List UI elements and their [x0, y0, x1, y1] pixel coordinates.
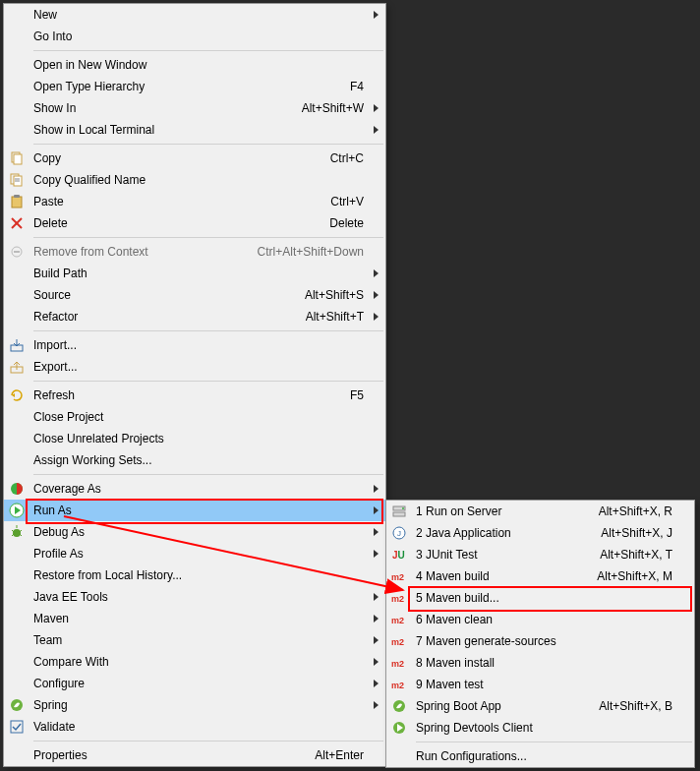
- submenu-arrow-icon: [370, 550, 381, 558]
- menu-coverage-as[interactable]: Coverage As: [4, 478, 385, 500]
- menu-item-label: Coverage As: [29, 482, 354, 496]
- blank-icon: [4, 122, 29, 138]
- menu-item-label: Delete: [29, 216, 329, 230]
- menu-item-label: 9 Maven test: [412, 678, 663, 691]
- submenu-junit-test[interactable]: JU3 JUnit TestAlt+Shift+X, T: [386, 544, 694, 565]
- submenu-maven-clean[interactable]: m26 Maven clean: [386, 609, 694, 630]
- menu-item-label: Source: [29, 288, 305, 302]
- menu-item-label: Show in Local Terminal: [29, 123, 354, 137]
- menu-item-accelerator: F5: [350, 388, 370, 402]
- submenu-maven-build[interactable]: m24 Maven buildAlt+Shift+X, M: [386, 565, 694, 587]
- junit-icon: JU: [386, 547, 412, 563]
- menu-spring[interactable]: Spring: [4, 694, 385, 716]
- submenu-arrow-icon: [370, 615, 381, 623]
- menu-item-label: Copy Qualified Name: [29, 173, 354, 187]
- submenu-maven-install[interactable]: m28 Maven install: [386, 652, 694, 674]
- menu-refactor[interactable]: RefactorAlt+Shift+T: [4, 306, 385, 327]
- menu-delete[interactable]: DeleteDelete: [4, 212, 385, 234]
- menu-item-label: Paste: [29, 195, 330, 208]
- menu-compare-with[interactable]: Compare With: [4, 651, 385, 673]
- paste-icon: [4, 194, 29, 209]
- submenu-run-on-server[interactable]: 1 Run on ServerAlt+Shift+X, R: [386, 501, 694, 522]
- menu-build-path[interactable]: Build Path: [4, 263, 385, 284]
- run-icon: [4, 503, 29, 518]
- submenu-arrow-icon: [370, 291, 381, 299]
- menu-show-in[interactable]: Show InAlt+Shift+W: [4, 97, 385, 119]
- menu-refresh[interactable]: RefreshF5: [4, 385, 385, 406]
- menu-item-label: Run Configurations...: [412, 749, 663, 763]
- menu-new[interactable]: New: [4, 4, 385, 26]
- menu-source[interactable]: SourceAlt+Shift+S: [4, 284, 385, 306]
- spring-dev-icon: [386, 720, 412, 736]
- menu-item-label: 4 Maven build: [412, 569, 597, 583]
- blank-icon: [4, 632, 29, 648]
- svg-rect-7: [14, 195, 20, 198]
- menu-properties[interactable]: PropertiesAlt+Enter: [4, 744, 385, 766]
- menu-validate[interactable]: Validate: [4, 716, 385, 738]
- menu-profile-as[interactable]: Profile As: [4, 543, 385, 564]
- menu-item-label: Close Unrelated Projects: [29, 432, 354, 445]
- menu-maven[interactable]: Maven: [4, 608, 385, 629]
- submenu-maven-test[interactable]: m29 Maven test: [386, 674, 694, 695]
- submenu-spring-boot[interactable]: Spring Boot AppAlt+Shift+X, B: [386, 695, 694, 717]
- submenu-arrow-icon: [370, 701, 381, 709]
- menu-team[interactable]: Team: [4, 629, 385, 651]
- menu-item-label: Run As: [29, 504, 354, 517]
- submenu-arrow-icon: [370, 11, 381, 19]
- blank-icon: [4, 431, 29, 446]
- menu-close-project[interactable]: Close Project: [4, 406, 385, 428]
- svg-line-20: [12, 530, 14, 532]
- blank-icon: [4, 266, 29, 281]
- menu-close-unrelated[interactable]: Close Unrelated Projects: [4, 428, 385, 449]
- menu-item-accelerator: Ctrl+Alt+Shift+Down: [258, 245, 370, 259]
- blank-icon: [4, 546, 29, 562]
- submenu-run-config[interactable]: Run Configurations...: [386, 745, 694, 767]
- menu-restore-history[interactable]: Restore from Local History...: [4, 564, 385, 586]
- submenu-java-application[interactable]: J2 Java ApplicationAlt+Shift+X, J: [386, 522, 694, 544]
- import-icon: [4, 337, 29, 353]
- menu-copy-qualified[interactable]: Copy Qualified Name: [4, 169, 385, 191]
- menu-paste[interactable]: PasteCtrl+V: [4, 191, 385, 212]
- menu-copy[interactable]: CopyCtrl+C: [4, 148, 385, 169]
- submenu-maven-gensrc[interactable]: m27 Maven generate-sources: [386, 630, 694, 652]
- menu-open-new-window[interactable]: Open in New Window: [4, 54, 385, 76]
- menu-show-local-terminal[interactable]: Show in Local Terminal: [4, 119, 385, 141]
- server-icon: [386, 504, 412, 519]
- menu-item-label: 1 Run on Server: [412, 504, 599, 518]
- menu-item-label: Show In: [29, 101, 302, 115]
- menu-go-into[interactable]: Go Into: [4, 26, 385, 47]
- menu-assign-working-sets[interactable]: Assign Working Sets...: [4, 449, 385, 471]
- menu-export[interactable]: Export...: [4, 356, 385, 378]
- spring-icon: [4, 697, 29, 713]
- menu-debug-as[interactable]: Debug As: [4, 521, 385, 543]
- menu-open-type-hierarchy[interactable]: Open Type HierarchyF4: [4, 76, 385, 97]
- menu-remove-context: Remove from ContextCtrl+Alt+Shift+Down: [4, 241, 385, 263]
- svg-point-28: [402, 507, 404, 509]
- menu-item-label: Close Project: [29, 410, 354, 424]
- menu-item-accelerator: Alt+Shift+X, T: [600, 548, 678, 562]
- m2-icon: m2: [386, 568, 412, 584]
- menu-item-label: Import...: [29, 338, 354, 352]
- menu-item-label: Refresh: [29, 388, 350, 402]
- menu-item-label: Validate: [29, 720, 354, 734]
- submenu-arrow-icon: [370, 658, 381, 666]
- blank-icon: [4, 747, 29, 763]
- menu-import[interactable]: Import...: [4, 334, 385, 356]
- svg-line-21: [20, 530, 22, 532]
- svg-rect-6: [12, 197, 22, 208]
- svg-line-23: [20, 534, 22, 536]
- menu-item-label: Export...: [29, 360, 354, 374]
- blank-icon: [4, 57, 29, 73]
- menu-separator: [33, 474, 383, 475]
- menu-separator: [33, 144, 383, 145]
- menu-configure[interactable]: Configure: [4, 673, 385, 694]
- svg-point-18: [13, 529, 21, 537]
- svg-text:m2: m2: [391, 637, 404, 647]
- submenu-arrow-icon: [370, 313, 381, 321]
- submenu-maven-build-dots[interactable]: m25 Maven build...: [386, 587, 694, 609]
- menu-run-as[interactable]: Run As: [4, 500, 385, 521]
- submenu-spring-devtools[interactable]: Spring Devtools Client: [386, 717, 694, 739]
- menu-item-label: 3 JUnit Test: [412, 548, 600, 562]
- menu-javaee-tools[interactable]: Java EE Tools: [4, 586, 385, 608]
- menu-item-accelerator: Alt+Shift+T: [306, 310, 370, 324]
